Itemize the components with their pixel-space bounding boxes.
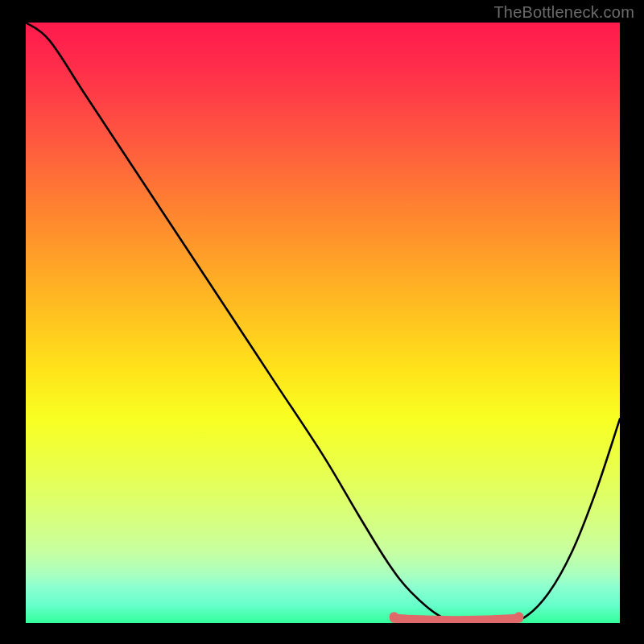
optimal-range-end-dot [514,612,524,621]
attribution-text: TheBottleneck.com [493,3,634,22]
optimal-range-start-dot [390,612,399,621]
optimal-range-highlight [394,618,519,621]
chart-svg [26,23,620,623]
bottleneck-curve-line [26,23,620,623]
plot-area [26,23,620,623]
